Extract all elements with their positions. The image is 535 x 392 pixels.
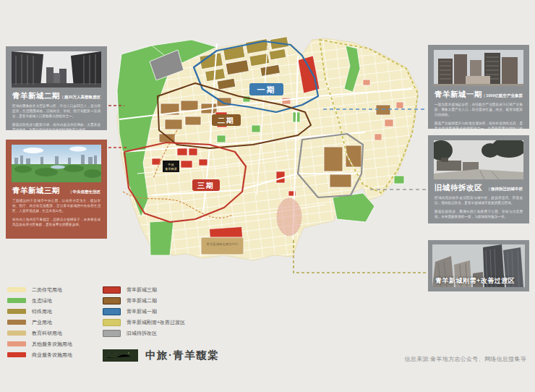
legend-swatch-industry	[7, 320, 26, 325]
project-marker-line2: 青羊馥棠	[165, 167, 177, 171]
brand-name: 中旅·青羊馥棠	[145, 349, 219, 362]
legend-row: 青羊新城二期	[103, 297, 185, 304]
legend-row: 旧城待拆改区	[103, 330, 185, 336]
callout-phase3: 青羊新城三期 中央低密生活区 三期规划约千亩城市中央公园，以低密住宅为主，规划学…	[6, 140, 107, 239]
exhibition-center-label: 青羊新城规划展示中心	[207, 242, 239, 247]
legend-label: 青羊新城二期	[127, 297, 157, 304]
legend-row: 青羊新城刚需+改善过渡区	[103, 319, 185, 325]
transition-caption: 青羊新城刚需+改善过渡区	[435, 276, 515, 286]
brand-logo: 中旅·青羊馥棠	[103, 349, 219, 362]
callout-phase1: 青羊新城一期 1000亿航空产业集群 一期为青羊新城起步区，依托航空产业园形成千…	[428, 45, 529, 129]
legend-zones: 青羊新城三期 青羊新城二期 青羊新城一期 青羊新城刚需+改善过渡区 旧城待拆改区	[103, 286, 185, 341]
phase2-subtitle: 超20万人高密聚居区	[62, 95, 100, 100]
legend-row: 生态绿地	[7, 298, 72, 303]
legend-swatch-zone-oldtown	[103, 330, 121, 337]
legend-swatch-zone-transition	[103, 319, 121, 326]
legend-label: 特殊用地	[32, 308, 52, 315]
oldtown-paragraph-2: 随着征拆推进，腾挪出的土地将用于公园、学校与住宅用地，未来面貌将焕然一新，与新城…	[435, 209, 523, 219]
legend-label: 旧城待拆改区	[127, 330, 157, 337]
legend-row: 二类住宅用地	[7, 287, 72, 292]
phase1-subtitle: 1000亿航空产业集群	[484, 93, 523, 98]
phase2-photo	[12, 51, 101, 88]
sports-park-circle	[277, 198, 301, 236]
oldtown-subtitle: 亟待拆迁的城中村	[489, 187, 523, 192]
legend-label: 青羊新城三期	[127, 286, 157, 294]
legend-label: 教育科研用地	[32, 330, 62, 337]
phase2-paragraph-1: 区域内聚集较多大型安置小区，常住人口超20万人，居住密度高，生活氛围成熟，沿线商…	[12, 103, 100, 119]
exhibition-center-block: 青羊新城规划展示中心 — · —	[201, 237, 244, 255]
legend-swatch-other-service	[7, 341, 26, 346]
legend-row: 特殊用地	[7, 309, 72, 314]
legend-swatch-zone-phase3	[103, 286, 121, 294]
oldtown-photo	[434, 140, 523, 179]
phase2-badge-label: 二期	[218, 116, 235, 124]
legend-landuse: 二类住宅用地 生态绿地 特殊用地 产业用地 教育科研用地 其他服务设施用地 商业…	[7, 287, 72, 363]
legend-row: 青羊新城三期	[103, 286, 185, 293]
phase3-photo	[12, 145, 101, 182]
phase3-subtitle: 中央低密生活区	[71, 189, 100, 195]
legend-swatch-commercial	[7, 352, 26, 357]
legend-label: 青羊新城刚需+改善过渡区	[127, 319, 185, 326]
callout-transition: 青羊新城刚需+改善过渡区	[428, 240, 529, 291]
legend-row: 商业服务设施用地	[7, 352, 72, 357]
logo-image	[103, 349, 138, 362]
legend-label: 其他服务设施用地	[32, 341, 72, 348]
legend-label: 商业服务设施用地	[32, 351, 72, 359]
legend-row: 其他服务设施用地	[7, 341, 72, 346]
legend-swatch-zone-phase1	[103, 308, 121, 315]
svg-text:— · —: — · —	[219, 247, 226, 250]
legend-swatch-eco-green	[7, 298, 26, 303]
phase1-photo	[434, 50, 523, 86]
legend-swatch-residential	[7, 287, 26, 292]
phase2-paragraph-2: 随着旧改推进与配套升级，板块内新房供应稀缺，大量改善需求外溢，为周边新兴板块带来…	[12, 122, 100, 132]
legend-label: 产业用地	[32, 319, 52, 326]
phase2-badge: 二期	[212, 114, 241, 126]
planning-map: 一期 二期 三期 中旅 青羊馥棠 青羊新城规划展示中心 — · —	[108, 11, 430, 282]
project-marker-line1: 中旅	[168, 163, 174, 166]
legend-label: 二类住宅用地	[32, 286, 62, 294]
phase3-badge: 三期	[192, 179, 220, 191]
legend-swatch-zone-phase2	[103, 297, 121, 304]
oldtown-title: 旧城待拆改区	[435, 183, 482, 193]
callout-oldtown: 旧城待拆改区 亟待拆迁的城中村 区域内现存较多老旧院落与城中村，建筑密度高、界面…	[428, 135, 529, 223]
oldtown-paragraph-1: 区域内现存较多老旧院落与城中村，建筑密度高、界面老旧，亟待拆迁改造，是青羊新城城…	[435, 195, 523, 205]
phase1-badge-label: 一期	[257, 85, 276, 94]
phase3-badge-label: 三期	[197, 182, 215, 189]
source-note: 信息来源:青羊地方志公众号、网络信息搜集等	[404, 355, 526, 363]
phase1-paragraph-1: 一期为青羊新城起步区，依托航空产业园形成千亿级产业集群，聚集大量产业人口，职住需…	[435, 102, 523, 117]
legend-row: 产业用地	[7, 320, 72, 325]
phase3-paragraph-1: 三期规划约千亩城市中央公园，以低密住宅为主，规划学校、医疗、商业等完善配套，定位…	[12, 198, 100, 213]
phase3-title: 青羊新城三期	[12, 186, 60, 196]
legend-row: 青羊新城一期	[103, 308, 185, 315]
planning-poster: { "colors": { "page_bg": "#ebeae7", "gra…	[0, 0, 535, 392]
legend-row: 教育科研用地	[7, 331, 72, 336]
phase3-paragraph-2: 板块内土地供应节奏稳定，品牌房企相继落子，未来将形成高品质低密住区集群，是改善置…	[12, 217, 100, 227]
legend-label: 青羊新城一期	[127, 308, 157, 315]
phase2-title: 青羊新城二期	[12, 91, 60, 101]
legend-swatch-special	[7, 309, 26, 314]
phase1-title: 青羊新城一期	[435, 90, 482, 100]
phase1-paragraph-2: 随着产业能级提升与轨道交通加密，板块价值持续兑现，是青羊新城发展最成熟的区域之一…	[435, 121, 523, 136]
phase1-badge: 一期	[249, 83, 283, 95]
legend-swatch-education	[7, 331, 26, 336]
callout-phase2: 青羊新城二期 超20万人高密聚居区 区域内聚集较多大型安置小区，常住人口超20万…	[6, 46, 107, 130]
project-location-marker: 中旅 青羊馥棠	[163, 161, 179, 172]
legend-label: 生态绿地	[32, 297, 52, 304]
